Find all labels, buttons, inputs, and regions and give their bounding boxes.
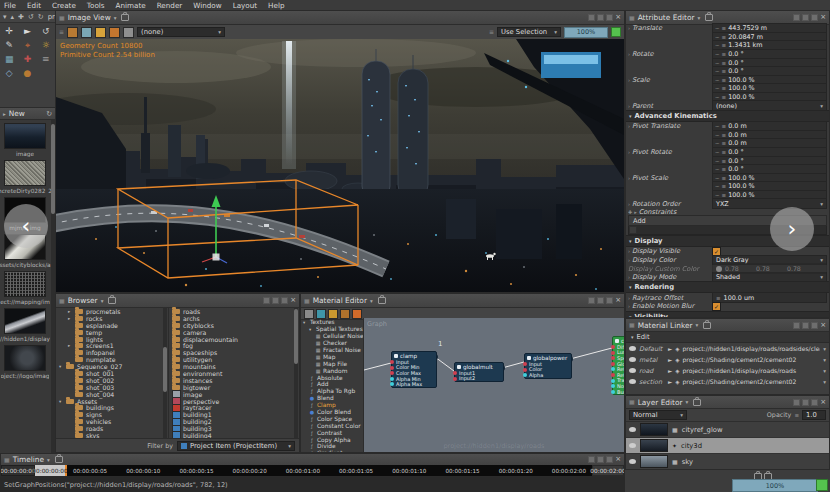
texture-item-absolute[interactable]: ƒAbsolute [301, 374, 363, 381]
dropdown-caret-icon[interactable]: ▾ [823, 368, 826, 374]
use-selection-dropdown[interactable]: Use Selection ▾ [497, 27, 561, 37]
node-graph[interactable]: Graph 1 clamp InputColor MinColor MaxAlp… [364, 318, 624, 452]
visibility-eye-icon[interactable] [629, 346, 636, 351]
port-input2[interactable]: Input2 [455, 376, 503, 382]
dropdown-caret-icon[interactable]: ▾ [823, 357, 826, 363]
tool-target-icon[interactable]: ⌖ [25, 39, 30, 53]
port-bump[interactable]: Bump [613, 389, 624, 395]
list-item-building2[interactable]: building2 [169, 418, 299, 425]
menu-file[interactable]: File [4, 1, 16, 10]
panel-grip-icon[interactable]: ▦ [4, 457, 10, 463]
expand-arrow-icon[interactable]: ▾ [303, 320, 308, 325]
texture-item-divide[interactable]: ƒDivide [301, 443, 363, 450]
tool-list-icon[interactable]: ≡ [42, 53, 50, 67]
tool-light-icon[interactable]: ☼ [42, 39, 50, 53]
tree-item-shot-003[interactable]: shot_003 [56, 384, 168, 391]
texture-item-map[interactable]: ▦Map [301, 353, 363, 360]
list-item-building1[interactable]: building1 [169, 411, 299, 418]
locate-icon[interactable]: ◈ [675, 368, 679, 374]
texture-item-add[interactable]: ƒAdd [301, 381, 363, 388]
node-material-cleanconcrete[interactable]: cleanconcrete DiffuseLuminanceSpecularGl… [612, 336, 624, 395]
viewport-3d[interactable]: Geometry Count 10800 Primitive Count 2.5… [56, 39, 624, 292]
tree-item-sequence-027[interactable]: ▾Sequence_027 [56, 363, 168, 370]
nav-up-icon[interactable]: ▴ [11, 13, 15, 21]
scrollbar-thumb[interactable] [294, 309, 298, 364]
menu-help[interactable]: Help [268, 1, 284, 10]
tool-diamond-icon[interactable]: ◇ [6, 67, 13, 81]
texture-item-random[interactable]: ▦Random [301, 367, 363, 374]
expand-arrow-icon[interactable]: ▸ [68, 316, 73, 321]
window-buttons[interactable]: × [263, 297, 296, 304]
list-item-archs[interactable]: archs [169, 315, 299, 322]
panel-grip-icon[interactable]: ▦ [629, 15, 635, 21]
panel-grip-icon[interactable]: ▦ [304, 298, 310, 304]
window-buttons[interactable]: × [793, 399, 826, 406]
visibility-eye-icon[interactable] [629, 459, 636, 464]
window-buttons[interactable]: × [793, 14, 826, 21]
material-link-row-metal[interactable]: metal►◈project://Shading/cement2/cement0… [626, 354, 829, 365]
expand-arrow-icon[interactable]: ▸ [68, 343, 73, 348]
panel-menu-caret-icon[interactable]: ▾ [698, 15, 701, 21]
lock-icon[interactable] [378, 297, 386, 304]
material-link-row-default[interactable]: Default►◈project://hidden1/display/roads… [626, 343, 829, 354]
node-enable-checkbox[interactable] [615, 339, 619, 343]
port-alpha-max[interactable]: Alpha Max [392, 381, 436, 387]
texture-item-gradient[interactable]: ƒGradient [301, 450, 363, 452]
list-item-utilitygen[interactable]: utilitygen [169, 356, 299, 363]
tree-item-numplate[interactable]: numplate [56, 356, 168, 363]
tree-item-esplanade[interactable]: esplanade [56, 322, 168, 329]
selection-mode-icon[interactable]: ≡ [489, 29, 494, 35]
color-picker-icon[interactable] [316, 309, 326, 319]
lock-icon[interactable] [703, 322, 711, 329]
visibility-eye-icon[interactable] [629, 357, 636, 362]
tree-item-signs[interactable]: signs [56, 411, 168, 418]
list-item-roads[interactable]: roads [169, 308, 299, 315]
texture-item-copy-alpha[interactable]: ƒCopy Alpha [301, 436, 363, 443]
layer-city3d[interactable]: ✦city3d [626, 438, 829, 454]
carousel-next-button[interactable]: › [770, 207, 814, 251]
section-visibility[interactable]: ▾Visibility [626, 311, 829, 318]
dropdown-field[interactable]: YXZ▾ [712, 198, 827, 209]
playhead-marker[interactable]: 00:00:00:00 [35, 465, 67, 476]
panel-menu-caret-icon[interactable]: ▾ [696, 322, 699, 328]
menu-create[interactable]: Create [52, 1, 76, 10]
list-item-camera[interactable]: camera [169, 329, 299, 336]
window-buttons[interactable]: × [793, 322, 826, 329]
panel-menu-caret-icon[interactable]: ▾ [114, 15, 117, 21]
panel-menu-caret-icon[interactable]: ▾ [101, 298, 104, 304]
nav-undo-icon[interactable]: ↺ [28, 13, 34, 21]
visibility-eye-icon[interactable] [629, 443, 636, 448]
texture-item-color-space[interactable]: ƒColor Space [301, 415, 363, 422]
locate-icon[interactable]: ◈ [675, 346, 679, 352]
snap-icon[interactable] [352, 309, 362, 319]
menu-tools[interactable]: Tools [87, 1, 105, 10]
expand-arrow-icon[interactable]: ▸ [68, 309, 73, 314]
material-link-row-road[interactable]: road►◈project://hidden1/display/roads/ro… [626, 365, 829, 376]
tree-item-vehicles[interactable]: vehicles [56, 418, 168, 425]
expand-arrow-icon[interactable]: ▾ [59, 364, 64, 369]
opacity-field[interactable]: 1.0 [802, 410, 826, 420]
lock-icon[interactable] [108, 297, 116, 304]
tool-translate-icon[interactable]: ► [24, 25, 31, 39]
panel-menu-caret-icon[interactable]: ▾ [47, 457, 50, 463]
expand-arrow-icon[interactable]: ▾ [309, 327, 314, 332]
visibility-eye-icon[interactable] [629, 379, 636, 384]
end-time-field[interactable]: 00:00:02:00 [592, 465, 624, 476]
timeline-ruler[interactable]: 00:00:00:0500:00:00:1000:00:00:1500:00:0… [67, 465, 592, 476]
texture-item-alpha-to-rgb[interactable]: ƒAlpha To Rgb [301, 388, 363, 395]
texture-item-contrast[interactable]: ƒContrast [301, 429, 363, 436]
asset-thumbnail-item[interactable]: ect://mapping/im [0, 271, 50, 305]
list-item-perspective[interactable]: perspective [169, 398, 299, 405]
tree-item-shot-002[interactable]: shot_002 [56, 377, 168, 384]
node-globalpower[interactable]: globalpower InputColorAlpha [524, 353, 572, 379]
tree-item-lights[interactable]: lights [56, 336, 168, 343]
texture-item-checker[interactable]: ▦Checker [301, 340, 363, 347]
target-icon[interactable]: ► [668, 357, 672, 363]
asset-thumbnail-item[interactable]: ncreteDirty0282_2 [0, 160, 50, 194]
list-item-image[interactable]: image [169, 391, 299, 398]
dropdown-caret-icon[interactable]: ▾ [823, 379, 826, 385]
visibility-eye-icon[interactable] [629, 368, 636, 373]
edit-section-header[interactable]: ▾ Edit [626, 332, 829, 343]
target-icon[interactable]: ► [668, 346, 672, 352]
tree-item-infopanel[interactable]: infopanel [56, 349, 168, 356]
